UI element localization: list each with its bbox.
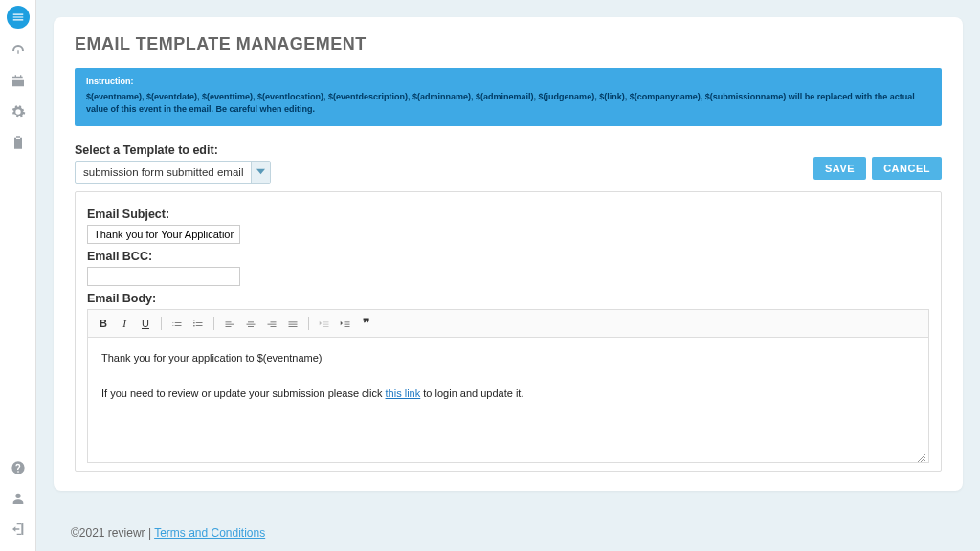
card: EMAIL TEMPLATE MANAGEMENT Instruction: $… [54, 17, 963, 491]
underline-button[interactable]: U [137, 315, 154, 332]
edit-panel: Email Subject: Email BCC: Email Body: B … [75, 191, 942, 472]
align-justify-button[interactable] [284, 315, 301, 332]
instructions-title: Instruction: [86, 76, 930, 89]
svg-point-0 [193, 319, 195, 320]
instructions-banner: Instruction: $(eventname), $(eventdate),… [75, 68, 942, 126]
subject-input[interactable] [87, 225, 240, 244]
cancel-button[interactable]: CANCEL [872, 157, 942, 180]
editor-body[interactable]: Thank you for your application to $(even… [88, 338, 928, 462]
dashboard-icon[interactable] [10, 42, 27, 59]
template-select-label: Select a Template to edit: [75, 143, 271, 157]
svg-point-2 [193, 324, 195, 326]
body-label: Email Body: [87, 292, 929, 305]
bcc-label: Email BCC: [87, 250, 929, 263]
footer: ©2021 reviewr | Terms and Conditions [54, 515, 963, 551]
align-left-button[interactable] [221, 315, 238, 332]
svg-point-1 [193, 321, 195, 323]
quote-button[interactable]: ❞ [358, 315, 375, 332]
template-select[interactable]: submission form submitted email [75, 161, 271, 184]
align-center-button[interactable] [242, 315, 259, 332]
toolbar-separator [213, 317, 214, 330]
bold-button[interactable]: B [95, 315, 112, 332]
align-right-button[interactable] [263, 315, 280, 332]
clipboard-icon[interactable] [10, 134, 27, 151]
ordered-list-button[interactable] [168, 315, 186, 332]
outdent-button[interactable] [316, 315, 333, 332]
resize-handle[interactable] [917, 451, 926, 460]
template-select-value: submission form submitted email [76, 166, 251, 178]
brand-logo[interactable] [7, 6, 30, 29]
gear-icon[interactable] [10, 103, 27, 121]
calendar-icon[interactable] [10, 73, 27, 90]
unordered-list-button[interactable] [189, 315, 207, 332]
toolbar-separator [161, 317, 162, 330]
main-area: EMAIL TEMPLATE MANAGEMENT Instruction: $… [36, 0, 980, 551]
rich-text-editor: B I U [87, 309, 929, 463]
footer-copyright: ©2021 reviewr | [71, 526, 154, 540]
indent-button[interactable] [337, 315, 354, 332]
user-icon[interactable] [10, 490, 27, 507]
italic-button[interactable]: I [116, 315, 133, 332]
editor-link[interactable]: this link [386, 387, 421, 399]
page-title: EMAIL TEMPLATE MANAGEMENT [75, 34, 942, 55]
save-button[interactable]: SAVE [813, 157, 866, 180]
editor-toolbar: B I U [88, 310, 928, 338]
logout-icon[interactable] [10, 520, 27, 538]
editor-text: If you need to review or update your sub… [101, 387, 386, 399]
toolbar-separator [308, 317, 309, 330]
chevron-down-icon [251, 162, 270, 183]
instructions-body: $(eventname), $(eventdate), $(eventtime)… [86, 92, 915, 115]
sidebar [0, 0, 36, 551]
terms-link[interactable]: Terms and Conditions [154, 526, 265, 540]
editor-text: to login and update it. [420, 387, 523, 399]
help-icon[interactable] [10, 459, 27, 476]
editor-line: Thank you for your application to $(even… [101, 349, 915, 367]
bcc-input[interactable] [87, 267, 240, 286]
subject-label: Email Subject: [87, 208, 929, 221]
